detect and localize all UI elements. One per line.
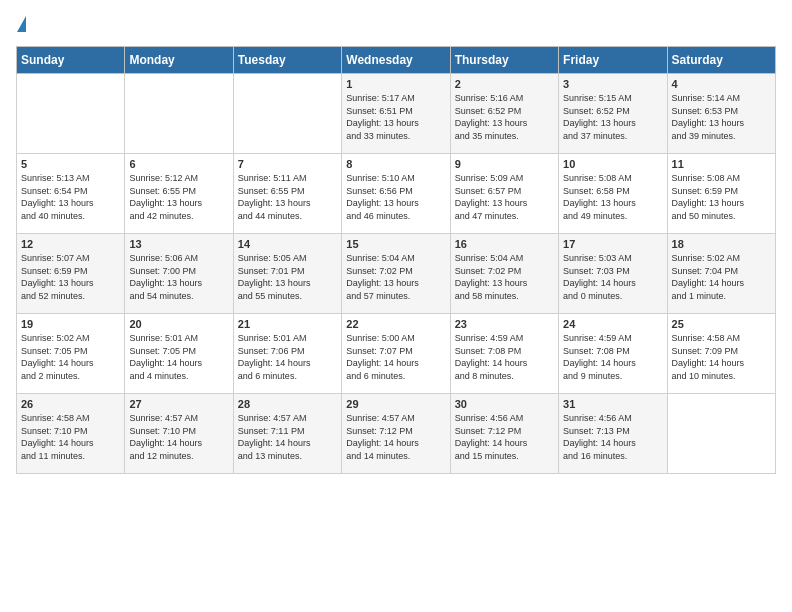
cell-content: Sunrise: 5:12 AM Sunset: 6:55 PM Dayligh… [129,172,228,222]
cell-content: Sunrise: 5:13 AM Sunset: 6:54 PM Dayligh… [21,172,120,222]
calendar-cell: 30Sunrise: 4:56 AM Sunset: 7:12 PM Dayli… [450,394,558,474]
day-number: 18 [672,238,771,250]
day-number: 10 [563,158,662,170]
cell-content: Sunrise: 5:02 AM Sunset: 7:05 PM Dayligh… [21,332,120,382]
cell-content: Sunrise: 5:05 AM Sunset: 7:01 PM Dayligh… [238,252,337,302]
cell-content: Sunrise: 5:07 AM Sunset: 6:59 PM Dayligh… [21,252,120,302]
calendar-cell: 13Sunrise: 5:06 AM Sunset: 7:00 PM Dayli… [125,234,233,314]
cell-content: Sunrise: 5:04 AM Sunset: 7:02 PM Dayligh… [455,252,554,302]
day-number: 4 [672,78,771,90]
calendar-cell: 22Sunrise: 5:00 AM Sunset: 7:07 PM Dayli… [342,314,450,394]
cell-content: Sunrise: 5:09 AM Sunset: 6:57 PM Dayligh… [455,172,554,222]
calendar-cell: 27Sunrise: 4:57 AM Sunset: 7:10 PM Dayli… [125,394,233,474]
cell-content: Sunrise: 5:08 AM Sunset: 6:58 PM Dayligh… [563,172,662,222]
day-number: 30 [455,398,554,410]
calendar-cell: 25Sunrise: 4:58 AM Sunset: 7:09 PM Dayli… [667,314,775,394]
calendar-week-row: 26Sunrise: 4:58 AM Sunset: 7:10 PM Dayli… [17,394,776,474]
header-friday: Friday [559,47,667,74]
calendar-cell: 21Sunrise: 5:01 AM Sunset: 7:06 PM Dayli… [233,314,341,394]
calendar-cell: 6Sunrise: 5:12 AM Sunset: 6:55 PM Daylig… [125,154,233,234]
day-number: 23 [455,318,554,330]
day-number: 24 [563,318,662,330]
day-number: 25 [672,318,771,330]
day-number: 14 [238,238,337,250]
calendar-cell: 9Sunrise: 5:09 AM Sunset: 6:57 PM Daylig… [450,154,558,234]
cell-content: Sunrise: 4:58 AM Sunset: 7:10 PM Dayligh… [21,412,120,462]
header-sunday: Sunday [17,47,125,74]
cell-content: Sunrise: 5:14 AM Sunset: 6:53 PM Dayligh… [672,92,771,142]
header-saturday: Saturday [667,47,775,74]
day-number: 6 [129,158,228,170]
day-number: 8 [346,158,445,170]
calendar-cell: 7Sunrise: 5:11 AM Sunset: 6:55 PM Daylig… [233,154,341,234]
calendar-cell [233,74,341,154]
day-number: 12 [21,238,120,250]
day-number: 17 [563,238,662,250]
calendar-cell: 15Sunrise: 5:04 AM Sunset: 7:02 PM Dayli… [342,234,450,314]
cell-content: Sunrise: 4:57 AM Sunset: 7:11 PM Dayligh… [238,412,337,462]
day-number: 19 [21,318,120,330]
calendar-cell: 14Sunrise: 5:05 AM Sunset: 7:01 PM Dayli… [233,234,341,314]
header-wednesday: Wednesday [342,47,450,74]
calendar-body: 1Sunrise: 5:17 AM Sunset: 6:51 PM Daylig… [17,74,776,474]
day-number: 21 [238,318,337,330]
cell-content: Sunrise: 4:57 AM Sunset: 7:10 PM Dayligh… [129,412,228,462]
calendar-cell: 3Sunrise: 5:15 AM Sunset: 6:52 PM Daylig… [559,74,667,154]
calendar-cell: 18Sunrise: 5:02 AM Sunset: 7:04 PM Dayli… [667,234,775,314]
cell-content: Sunrise: 4:58 AM Sunset: 7:09 PM Dayligh… [672,332,771,382]
day-number: 20 [129,318,228,330]
calendar-cell: 29Sunrise: 4:57 AM Sunset: 7:12 PM Dayli… [342,394,450,474]
calendar-cell: 1Sunrise: 5:17 AM Sunset: 6:51 PM Daylig… [342,74,450,154]
calendar-cell: 5Sunrise: 5:13 AM Sunset: 6:54 PM Daylig… [17,154,125,234]
calendar-week-row: 5Sunrise: 5:13 AM Sunset: 6:54 PM Daylig… [17,154,776,234]
day-number: 27 [129,398,228,410]
day-number: 16 [455,238,554,250]
cell-content: Sunrise: 5:08 AM Sunset: 6:59 PM Dayligh… [672,172,771,222]
cell-content: Sunrise: 4:59 AM Sunset: 7:08 PM Dayligh… [563,332,662,382]
calendar-cell: 10Sunrise: 5:08 AM Sunset: 6:58 PM Dayli… [559,154,667,234]
day-number: 15 [346,238,445,250]
header-tuesday: Tuesday [233,47,341,74]
day-number: 28 [238,398,337,410]
day-number: 2 [455,78,554,90]
day-number: 1 [346,78,445,90]
day-number: 13 [129,238,228,250]
cell-content: Sunrise: 5:00 AM Sunset: 7:07 PM Dayligh… [346,332,445,382]
header-monday: Monday [125,47,233,74]
logo [16,16,26,34]
cell-content: Sunrise: 5:01 AM Sunset: 7:06 PM Dayligh… [238,332,337,382]
cell-content: Sunrise: 5:15 AM Sunset: 6:52 PM Dayligh… [563,92,662,142]
calendar-week-row: 1Sunrise: 5:17 AM Sunset: 6:51 PM Daylig… [17,74,776,154]
calendar-cell: 4Sunrise: 5:14 AM Sunset: 6:53 PM Daylig… [667,74,775,154]
calendar-cell: 28Sunrise: 4:57 AM Sunset: 7:11 PM Dayli… [233,394,341,474]
cell-content: Sunrise: 5:03 AM Sunset: 7:03 PM Dayligh… [563,252,662,302]
cell-content: Sunrise: 5:17 AM Sunset: 6:51 PM Dayligh… [346,92,445,142]
calendar-cell: 11Sunrise: 5:08 AM Sunset: 6:59 PM Dayli… [667,154,775,234]
cell-content: Sunrise: 5:01 AM Sunset: 7:05 PM Dayligh… [129,332,228,382]
day-number: 31 [563,398,662,410]
day-number: 9 [455,158,554,170]
cell-content: Sunrise: 5:10 AM Sunset: 6:56 PM Dayligh… [346,172,445,222]
cell-content: Sunrise: 5:16 AM Sunset: 6:52 PM Dayligh… [455,92,554,142]
calendar-table: Sunday Monday Tuesday Wednesday Thursday… [16,46,776,474]
calendar-cell: 2Sunrise: 5:16 AM Sunset: 6:52 PM Daylig… [450,74,558,154]
cell-content: Sunrise: 4:59 AM Sunset: 7:08 PM Dayligh… [455,332,554,382]
day-number: 29 [346,398,445,410]
calendar-cell [667,394,775,474]
cell-content: Sunrise: 5:06 AM Sunset: 7:00 PM Dayligh… [129,252,228,302]
header-thursday: Thursday [450,47,558,74]
calendar-week-row: 12Sunrise: 5:07 AM Sunset: 6:59 PM Dayli… [17,234,776,314]
calendar-cell [17,74,125,154]
cell-content: Sunrise: 5:04 AM Sunset: 7:02 PM Dayligh… [346,252,445,302]
cell-content: Sunrise: 5:11 AM Sunset: 6:55 PM Dayligh… [238,172,337,222]
calendar-cell: 31Sunrise: 4:56 AM Sunset: 7:13 PM Dayli… [559,394,667,474]
calendar-cell: 23Sunrise: 4:59 AM Sunset: 7:08 PM Dayli… [450,314,558,394]
calendar-cell: 8Sunrise: 5:10 AM Sunset: 6:56 PM Daylig… [342,154,450,234]
calendar-cell: 17Sunrise: 5:03 AM Sunset: 7:03 PM Dayli… [559,234,667,314]
calendar-cell: 19Sunrise: 5:02 AM Sunset: 7:05 PM Dayli… [17,314,125,394]
day-number: 11 [672,158,771,170]
calendar-cell: 20Sunrise: 5:01 AM Sunset: 7:05 PM Dayli… [125,314,233,394]
page-header [16,16,776,34]
calendar-week-row: 19Sunrise: 5:02 AM Sunset: 7:05 PM Dayli… [17,314,776,394]
calendar-cell: 16Sunrise: 5:04 AM Sunset: 7:02 PM Dayli… [450,234,558,314]
